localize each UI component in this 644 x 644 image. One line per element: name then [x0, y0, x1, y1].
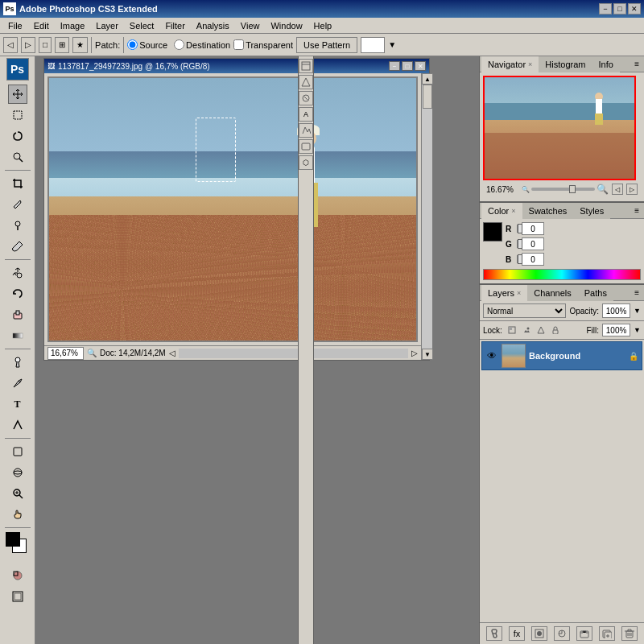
- marquee-tool[interactable]: [8, 105, 27, 125]
- panel-btn-7[interactable]: ⬡: [299, 155, 313, 170]
- color-spectrum[interactable]: [483, 269, 641, 280]
- fg-color-box[interactable]: [6, 532, 20, 547]
- eyedropper-tool[interactable]: [8, 195, 27, 214]
- r-value[interactable]: 0: [522, 222, 544, 235]
- tab-swatches[interactable]: Swatches: [522, 203, 574, 219]
- type-tool[interactable]: T: [8, 394, 27, 414]
- doc-maximize[interactable]: □: [402, 61, 413, 71]
- shape-tool[interactable]: [8, 442, 27, 461]
- brush-tool[interactable]: [8, 237, 27, 256]
- tab-info[interactable]: Info: [592, 56, 619, 72]
- menu-analysis[interactable]: Analysis: [192, 19, 234, 32]
- quick-selection-tool[interactable]: [8, 147, 27, 167]
- foreground-color-swatch[interactable]: [483, 222, 502, 242]
- layer-mask-btn[interactable]: [531, 626, 547, 641]
- blend-mode-select[interactable]: Normal: [483, 303, 566, 318]
- tab-channels[interactable]: Channels: [527, 285, 577, 301]
- panel-btn-4[interactable]: A: [299, 107, 313, 122]
- doc-zoom-input[interactable]: [47, 347, 84, 360]
- doc-scrollbar-v[interactable]: ▲ ▼: [421, 73, 432, 360]
- screen-mode-btn[interactable]: [8, 587, 27, 606]
- zoom-thumb[interactable]: [569, 185, 576, 193]
- lock-image-px[interactable]: [520, 324, 533, 336]
- title-bar-controls[interactable]: − □ ✕: [599, 3, 641, 14]
- navigator-panel-menu[interactable]: ≡: [631, 60, 642, 68]
- options-btn-star[interactable]: ★: [72, 37, 88, 53]
- destination-radio-label[interactable]: Destination: [174, 39, 230, 50]
- pen-tool[interactable]: [8, 374, 27, 393]
- fill-arrow[interactable]: ▼: [634, 326, 641, 334]
- maximize-button[interactable]: □: [613, 3, 626, 14]
- layer-visibility-eye[interactable]: 👁: [485, 349, 498, 362]
- history-back-btn[interactable]: ◁: [3, 37, 18, 53]
- color-tab-close[interactable]: ×: [511, 207, 515, 215]
- transparent-checkbox[interactable]: [233, 39, 244, 50]
- quick-mask-toggle[interactable]: [8, 566, 27, 585]
- doc-minimize[interactable]: −: [389, 61, 400, 71]
- history-brush-tool[interactable]: [8, 284, 27, 303]
- g-slider[interactable]: [517, 240, 518, 248]
- pattern-preview[interactable]: [361, 37, 385, 53]
- minimize-button[interactable]: −: [599, 3, 612, 14]
- doc-window-controls[interactable]: − □ ✕: [389, 61, 426, 71]
- layer-item-background[interactable]: 👁 Background 🔒: [481, 341, 642, 370]
- zoom-in-nav-btn[interactable]: ▷: [626, 184, 638, 195]
- doc-scrollbar-h[interactable]: [179, 349, 408, 358]
- close-button[interactable]: ✕: [628, 3, 641, 14]
- scroll-up-btn[interactable]: ▲: [422, 73, 433, 85]
- menu-filter[interactable]: Filter: [160, 19, 189, 32]
- menu-edit[interactable]: Edit: [29, 19, 54, 32]
- color-panel-menu[interactable]: ≡: [631, 206, 642, 215]
- tab-navigator[interactable]: Navigator ×: [481, 56, 539, 72]
- tab-color[interactable]: Color ×: [481, 203, 522, 219]
- color-selector[interactable]: [6, 532, 30, 556]
- zoom-out-nav-btn[interactable]: ◁: [612, 184, 623, 195]
- menu-window[interactable]: Window: [266, 19, 307, 32]
- destination-radio[interactable]: [174, 39, 184, 50]
- navigator-preview[interactable]: [483, 76, 636, 180]
- pattern-dropdown-arrow[interactable]: ▼: [388, 40, 396, 49]
- menu-select[interactable]: Select: [125, 19, 159, 32]
- source-radio[interactable]: [127, 39, 138, 50]
- status-arrow-right[interactable]: ▷: [411, 349, 418, 357]
- source-radio-label[interactable]: Source: [127, 39, 167, 50]
- menu-layer[interactable]: Layer: [91, 19, 123, 32]
- status-arrow-left[interactable]: ◁: [169, 349, 175, 357]
- b-thumb[interactable]: [518, 254, 522, 264]
- opacity-input[interactable]: [602, 303, 630, 318]
- tab-styles[interactable]: Styles: [573, 203, 610, 219]
- doc-close[interactable]: ✕: [415, 61, 426, 71]
- fill-input[interactable]: [602, 324, 630, 336]
- layer-delete-btn[interactable]: [621, 626, 638, 641]
- lock-position[interactable]: [535, 324, 547, 336]
- panel-btn-3[interactable]: [299, 91, 313, 105]
- menu-file[interactable]: File: [3, 19, 27, 32]
- layer-link-btn[interactable]: [486, 626, 502, 641]
- layer-adjust-btn[interactable]: [554, 626, 570, 641]
- path-selection-tool[interactable]: [8, 415, 27, 435]
- tab-histogram[interactable]: Histogram: [539, 56, 592, 72]
- scroll-track[interactable]: [422, 85, 432, 349]
- layer-new-btn[interactable]: [599, 626, 615, 641]
- layers-tab-close[interactable]: ×: [517, 289, 521, 297]
- g-thumb[interactable]: [518, 239, 522, 249]
- transparent-checkbox-label[interactable]: Transparent: [233, 39, 293, 50]
- history-fwd-btn[interactable]: ▷: [21, 37, 35, 53]
- menu-help[interactable]: Help: [309, 19, 337, 32]
- options-btn-sq[interactable]: □: [39, 37, 52, 53]
- tab-paths[interactable]: Paths: [578, 285, 613, 301]
- hand-tool[interactable]: [8, 505, 27, 524]
- zoom-tool[interactable]: [8, 484, 27, 503]
- lock-all[interactable]: [549, 324, 562, 336]
- r-slider[interactable]: [517, 225, 518, 233]
- panel-btn-6[interactable]: [299, 139, 313, 154]
- lasso-tool[interactable]: [8, 126, 27, 146]
- nav-tab-close[interactable]: ×: [528, 60, 532, 68]
- gradient-tool[interactable]: [8, 326, 27, 345]
- tab-layers[interactable]: Layers ×: [481, 285, 527, 301]
- layers-panel-menu[interactable]: ≡: [631, 288, 642, 297]
- b-slider[interactable]: [517, 255, 518, 263]
- dodge-tool[interactable]: [8, 353, 27, 372]
- doc-image-container[interactable]: [47, 76, 418, 342]
- panel-btn-1[interactable]: [299, 59, 313, 73]
